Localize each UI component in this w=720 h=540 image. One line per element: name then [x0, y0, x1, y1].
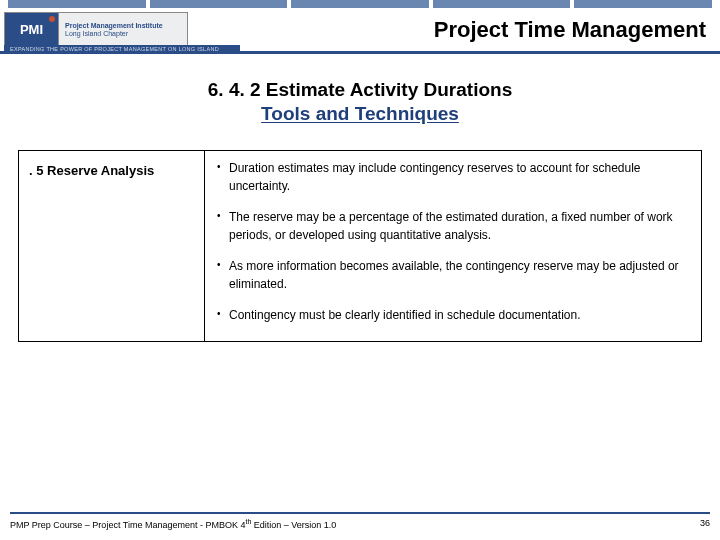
footer-text-a: PMP Prep Course – Project Time Managemen… [10, 520, 245, 530]
bullet-item: The reserve may be a percentage of the e… [215, 208, 691, 245]
bullet-item: Duration estimates may include contingen… [215, 159, 691, 196]
row-label: . 5 Reserve Analysis [19, 150, 205, 341]
footer: PMP Prep Course – Project Time Managemen… [10, 512, 710, 530]
heading-main: 6. 4. 2 Estimate Activity Durations [208, 79, 512, 100]
logo-mark: PMI [4, 12, 58, 48]
content-table: . 5 Reserve Analysis Duration estimates … [18, 150, 702, 342]
top-accent-stripes [0, 0, 720, 8]
logo-text-line1: Project Management Institute [65, 22, 181, 30]
bullet-list: Duration estimates may include contingen… [215, 159, 691, 325]
row-body: Duration estimates may include contingen… [205, 150, 702, 341]
logo-text-line2: Long Island Chapter [65, 30, 181, 38]
footer-page-number: 36 [700, 518, 710, 530]
logo-text: Project Management Institute Long Island… [58, 12, 188, 48]
logo-subtitle: EXPANDING THE POWER OF PROJECT MANAGEMEN… [4, 45, 240, 53]
bullet-item: As more information becomes available, t… [215, 257, 691, 294]
footer-text-b: Edition – Version 1.0 [251, 520, 336, 530]
pmi-logo: PMI Project Management Institute Long Is… [4, 12, 188, 48]
logo-mark-text: PMI [20, 22, 43, 37]
page-title: Project Time Management [188, 17, 710, 43]
slide-heading: 6. 4. 2 Estimate Activity Durations Tool… [0, 78, 720, 126]
bullet-item: Contingency must be clearly identified i… [215, 306, 691, 325]
footer-left: PMP Prep Course – Project Time Managemen… [10, 518, 336, 530]
logo-dot-icon [49, 16, 55, 22]
heading-sub: Tools and Techniques [261, 103, 459, 124]
